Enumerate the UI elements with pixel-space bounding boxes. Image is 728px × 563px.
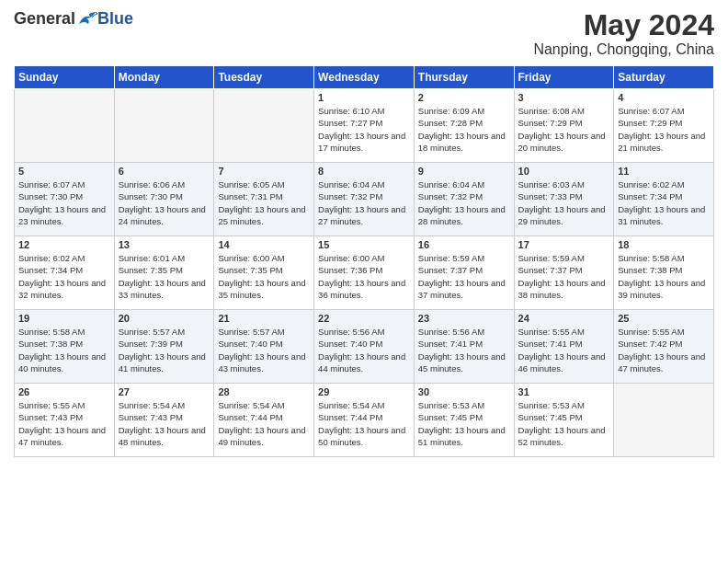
sunrise-text: Sunrise: 6:08 AM xyxy=(518,106,585,116)
daylight-text: Daylight: 13 hours and 47 minutes. xyxy=(18,425,106,447)
day-info: Sunrise: 6:02 AM Sunset: 7:34 PM Dayligh… xyxy=(18,252,110,301)
sunrise-text: Sunrise: 5:54 AM xyxy=(318,400,384,410)
sunrise-text: Sunrise: 6:07 AM xyxy=(18,179,85,190)
sunset-text: Sunset: 7:39 PM xyxy=(119,339,183,349)
sunrise-text: Sunrise: 5:59 AM xyxy=(418,253,484,263)
calendar-cell: 5 Sunrise: 6:07 AM Sunset: 7:30 PM Dayli… xyxy=(15,163,115,236)
day-info: Sunrise: 5:57 AM Sunset: 7:40 PM Dayligh… xyxy=(218,326,310,374)
calendar-cell: 3 Sunrise: 6:08 AM Sunset: 7:29 PM Dayli… xyxy=(514,89,614,163)
sunrise-text: Sunrise: 6:04 AM xyxy=(318,179,384,190)
logo-general-text: General xyxy=(14,9,75,29)
sunrise-text: Sunrise: 5:56 AM xyxy=(418,327,484,337)
logo-blue-text: Blue xyxy=(97,9,133,29)
daylight-text: Daylight: 13 hours and 44 minutes. xyxy=(318,351,405,373)
sunset-text: Sunset: 7:45 PM xyxy=(518,412,583,422)
day-info: Sunrise: 5:58 AM Sunset: 7:38 PM Dayligh… xyxy=(618,252,710,301)
sunset-text: Sunset: 7:43 PM xyxy=(119,412,183,422)
sunrise-text: Sunrise: 5:54 AM xyxy=(218,400,284,410)
calendar-cell: 22 Sunrise: 5:56 AM Sunset: 7:40 PM Dayl… xyxy=(314,310,415,384)
day-number: 23 xyxy=(418,313,510,324)
calendar-cell: 28 Sunrise: 5:54 AM Sunset: 7:44 PM Dayl… xyxy=(214,384,314,457)
sunset-text: Sunset: 7:43 PM xyxy=(18,412,83,422)
weekday-header-row: SundayMondayTuesdayWednesdayThursdayFrid… xyxy=(15,66,714,89)
daylight-text: Daylight: 13 hours and 36 minutes. xyxy=(318,278,405,300)
sunrise-text: Sunrise: 6:07 AM xyxy=(618,106,684,116)
sunrise-text: Sunrise: 6:10 AM xyxy=(318,106,384,116)
weekday-header-friday: Friday xyxy=(514,66,614,89)
sunset-text: Sunset: 7:41 PM xyxy=(518,339,583,349)
sunrise-text: Sunrise: 5:58 AM xyxy=(618,253,684,263)
day-number: 14 xyxy=(218,239,310,250)
daylight-text: Daylight: 13 hours and 29 minutes. xyxy=(518,204,606,226)
sunrise-text: Sunrise: 5:58 AM xyxy=(18,327,85,337)
day-info: Sunrise: 6:02 AM Sunset: 7:34 PM Dayligh… xyxy=(618,178,710,227)
calendar-cell: 12 Sunrise: 6:02 AM Sunset: 7:34 PM Dayl… xyxy=(15,236,115,310)
daylight-text: Daylight: 13 hours and 41 minutes. xyxy=(119,351,206,373)
calendar-cell: 27 Sunrise: 5:54 AM Sunset: 7:43 PM Dayl… xyxy=(114,384,214,457)
calendar-cell: 4 Sunrise: 6:07 AM Sunset: 7:29 PM Dayli… xyxy=(614,89,714,163)
sunset-text: Sunset: 7:42 PM xyxy=(618,339,682,349)
daylight-text: Daylight: 13 hours and 23 minutes. xyxy=(18,204,106,226)
calendar-cell: 14 Sunrise: 6:00 AM Sunset: 7:35 PM Dayl… xyxy=(214,236,314,310)
calendar-cell: 10 Sunrise: 6:03 AM Sunset: 7:33 PM Dayl… xyxy=(514,163,614,236)
calendar-week-row: 12 Sunrise: 6:02 AM Sunset: 7:34 PM Dayl… xyxy=(15,236,714,310)
day-info: Sunrise: 5:54 AM Sunset: 7:44 PM Dayligh… xyxy=(318,399,410,448)
page-container: General Blue May 2024 Nanping, Chongqing… xyxy=(0,0,728,466)
calendar-cell: 8 Sunrise: 6:04 AM Sunset: 7:32 PM Dayli… xyxy=(314,163,415,236)
sunset-text: Sunset: 7:37 PM xyxy=(418,265,483,275)
daylight-text: Daylight: 13 hours and 17 minutes. xyxy=(318,131,405,153)
sunrise-text: Sunrise: 6:02 AM xyxy=(18,253,85,263)
day-number: 10 xyxy=(518,166,610,177)
sunrise-text: Sunrise: 5:56 AM xyxy=(318,327,384,337)
sunset-text: Sunset: 7:30 PM xyxy=(18,191,83,201)
sunrise-text: Sunrise: 6:06 AM xyxy=(119,179,185,190)
sunset-text: Sunset: 7:44 PM xyxy=(218,412,282,422)
sunrise-text: Sunrise: 6:03 AM xyxy=(518,179,585,190)
day-info: Sunrise: 5:55 AM Sunset: 7:43 PM Dayligh… xyxy=(18,399,110,448)
sunset-text: Sunset: 7:32 PM xyxy=(318,191,382,201)
daylight-text: Daylight: 13 hours and 18 minutes. xyxy=(418,131,506,153)
weekday-header-sunday: Sunday xyxy=(15,66,115,89)
sunrise-text: Sunrise: 5:55 AM xyxy=(618,327,684,337)
daylight-text: Daylight: 13 hours and 52 minutes. xyxy=(518,425,606,447)
day-number: 19 xyxy=(18,313,110,324)
daylight-text: Daylight: 13 hours and 40 minutes. xyxy=(18,351,106,373)
daylight-text: Daylight: 13 hours and 38 minutes. xyxy=(518,278,606,300)
daylight-text: Daylight: 13 hours and 39 minutes. xyxy=(618,278,705,300)
sunrise-text: Sunrise: 6:04 AM xyxy=(418,179,484,190)
day-info: Sunrise: 5:54 AM Sunset: 7:44 PM Dayligh… xyxy=(218,399,310,448)
day-number: 18 xyxy=(618,239,710,250)
sunset-text: Sunset: 7:38 PM xyxy=(618,265,682,275)
calendar-cell: 9 Sunrise: 6:04 AM Sunset: 7:32 PM Dayli… xyxy=(414,163,514,236)
sunset-text: Sunset: 7:35 PM xyxy=(119,265,183,275)
daylight-text: Daylight: 13 hours and 49 minutes. xyxy=(218,425,305,447)
day-info: Sunrise: 6:07 AM Sunset: 7:29 PM Dayligh… xyxy=(618,105,710,154)
day-info: Sunrise: 5:53 AM Sunset: 7:45 PM Dayligh… xyxy=(518,399,610,448)
calendar-cell: 17 Sunrise: 5:59 AM Sunset: 7:37 PM Dayl… xyxy=(514,236,614,310)
daylight-text: Daylight: 13 hours and 31 minutes. xyxy=(618,204,705,226)
day-info: Sunrise: 6:04 AM Sunset: 7:32 PM Dayligh… xyxy=(318,178,410,227)
daylight-text: Daylight: 13 hours and 32 minutes. xyxy=(18,278,106,300)
sunrise-text: Sunrise: 5:57 AM xyxy=(119,327,185,337)
header: General Blue May 2024 Nanping, Chongqing… xyxy=(14,9,714,58)
day-number: 20 xyxy=(119,313,210,324)
day-number: 24 xyxy=(518,313,610,324)
day-info: Sunrise: 5:59 AM Sunset: 7:37 PM Dayligh… xyxy=(518,252,610,301)
sunset-text: Sunset: 7:40 PM xyxy=(318,339,382,349)
day-number: 11 xyxy=(618,166,710,177)
calendar-cell: 13 Sunrise: 6:01 AM Sunset: 7:35 PM Dayl… xyxy=(114,236,214,310)
daylight-text: Daylight: 13 hours and 27 minutes. xyxy=(318,204,405,226)
calendar-cell: 26 Sunrise: 5:55 AM Sunset: 7:43 PM Dayl… xyxy=(15,384,115,457)
sunset-text: Sunset: 7:27 PM xyxy=(318,118,382,128)
day-info: Sunrise: 6:06 AM Sunset: 7:30 PM Dayligh… xyxy=(119,178,210,227)
calendar-cell: 29 Sunrise: 5:54 AM Sunset: 7:44 PM Dayl… xyxy=(314,384,415,457)
sunrise-text: Sunrise: 6:09 AM xyxy=(418,106,484,116)
calendar-cell xyxy=(15,89,115,163)
day-number: 31 xyxy=(518,386,610,397)
day-number: 3 xyxy=(518,92,610,103)
location-title: Nanping, Chongqing, China xyxy=(533,41,714,58)
day-info: Sunrise: 6:05 AM Sunset: 7:31 PM Dayligh… xyxy=(218,178,310,227)
sunset-text: Sunset: 7:30 PM xyxy=(119,191,183,201)
calendar-body: 1 Sunrise: 6:10 AM Sunset: 7:27 PM Dayli… xyxy=(15,89,714,457)
daylight-text: Daylight: 13 hours and 51 minutes. xyxy=(418,425,506,447)
